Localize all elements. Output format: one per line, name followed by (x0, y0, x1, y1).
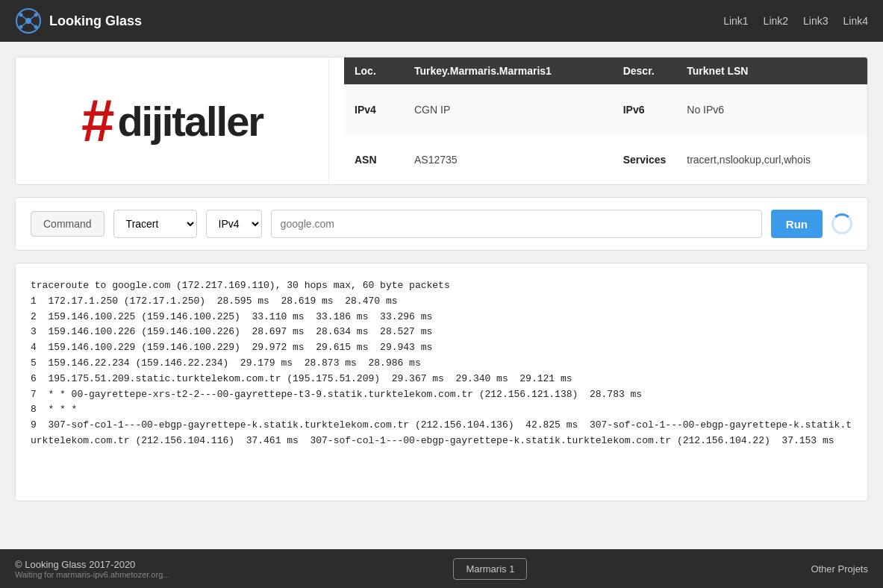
command-label: Command (31, 211, 104, 237)
nav-link4[interactable]: Link4 (843, 15, 868, 27)
target-input[interactable]: google.com (271, 210, 762, 238)
copyright-text: © Looking Glass 2017-2020 (15, 559, 169, 570)
info-row-2: ASN AS12735 Services tracert,nslookup,cu… (344, 134, 867, 184)
svg-line-6 (21, 15, 28, 21)
descr-header-value: Turknet LSN (676, 57, 867, 84)
protocol-select[interactable]: IPv4 IPv6 (206, 210, 262, 238)
asn-value: AS12735 (404, 134, 613, 184)
waiting-text: Waiting for marmaris-ipv6.ahmetozer.org.… (15, 570, 169, 579)
loading-spinner (831, 213, 852, 234)
brand-logo-box: # dijitaller (16, 57, 329, 184)
services-value: tracert,nslookup,curl,whois (676, 134, 867, 184)
command-select[interactable]: Tracert NSLookup Curl Whois (113, 210, 197, 238)
services-label: Services (613, 134, 677, 184)
nav-link1[interactable]: Link1 (723, 15, 748, 27)
loc-header-value: Turkey.Marmaris.Marmaris1 (404, 57, 613, 84)
brand-name: dijitaller (117, 97, 263, 146)
asn-label: ASN (344, 134, 404, 184)
svg-line-9 (28, 21, 36, 27)
dijitaller-logo: # dijitaller (81, 91, 263, 151)
location-badge[interactable]: Marmaris 1 (453, 558, 527, 580)
footer: © Looking Glass 2017-2020 Waiting for ma… (0, 549, 883, 588)
descr-header-label: Descr. (613, 57, 677, 84)
svg-line-8 (21, 21, 28, 27)
svg-line-7 (28, 15, 36, 21)
nav-link3[interactable]: Link3 (803, 15, 828, 27)
ipv6-label: IPv6 (613, 84, 677, 134)
info-row-1: IPv4 CGN IP IPv6 No IPv6 (344, 84, 867, 134)
footer-left: © Looking Glass 2017-2020 Waiting for ma… (15, 559, 169, 579)
logo-icon (15, 7, 42, 34)
ipv4-value: CGN IP (404, 84, 613, 134)
header: Looking Glass Link1 Link2 Link3 Link4 (0, 0, 883, 42)
info-table: Loc. Turkey.Marmaris.Marmaris1 Descr. Tu… (344, 57, 867, 184)
header-nav: Link1 Link2 Link3 Link4 (723, 15, 868, 27)
other-projects-link[interactable]: Other Projets (811, 563, 868, 575)
top-section: # dijitaller Loc. Turkey.Marmaris.Marmar… (15, 57, 868, 185)
command-bar: Command Tracert NSLookup Curl Whois IPv4… (15, 197, 868, 251)
hash-symbol: # (81, 91, 115, 151)
loc-header-label: Loc. (344, 57, 404, 84)
ipv4-label: IPv4 (344, 84, 404, 134)
app-title: Looking Glass (49, 13, 142, 29)
main-content: # dijitaller Loc. Turkey.Marmaris.Marmar… (0, 42, 883, 549)
ipv6-value: No IPv6 (676, 84, 867, 134)
app-logo: Looking Glass (15, 7, 142, 34)
output-box: traceroute to google.com (172.217.169.11… (15, 263, 868, 501)
nav-link2[interactable]: Link2 (764, 15, 788, 27)
run-button[interactable]: Run (771, 210, 823, 238)
